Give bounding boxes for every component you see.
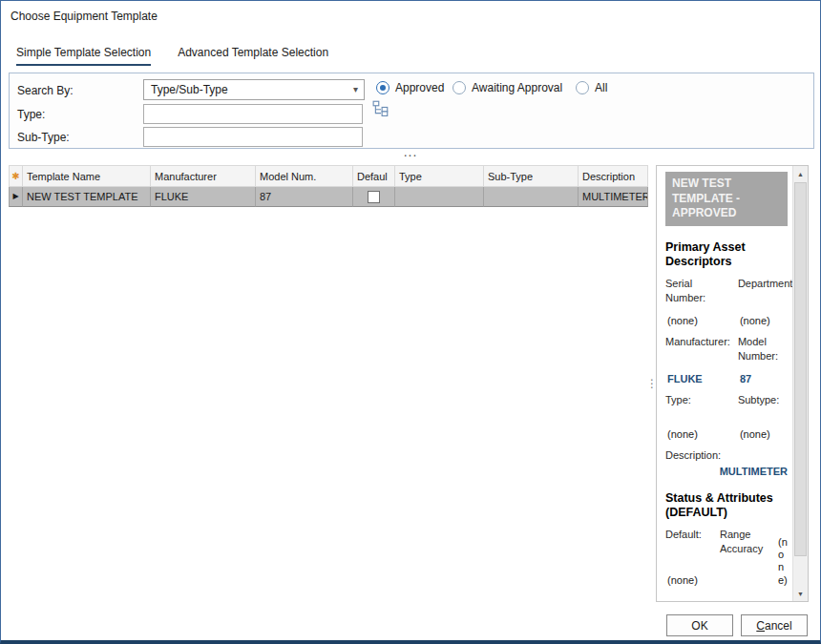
table-row[interactable]: ▶ NEW TEST TEMPLATE FLUKE 87 MULTIMETER — [9, 187, 648, 207]
model-number-value: 87 — [738, 372, 792, 385]
radio-all[interactable]: All — [576, 81, 607, 94]
column-header-manufacturer[interactable]: Manufacturer — [151, 165, 256, 187]
default-label: Default: — [665, 528, 715, 542]
row-indicator-icon: ▶ — [12, 192, 18, 200]
range-accuracy-field: Range Accuracy — [720, 528, 773, 587]
scroll-up-icon[interactable]: ▲ — [793, 166, 808, 181]
cancel-button-mnemonic: C — [756, 619, 765, 633]
ok-button[interactable]: OK — [666, 614, 733, 636]
manufacturer-label: Manufacturer: — [665, 335, 730, 349]
description-label: Description: — [665, 448, 788, 463]
primary-descriptors-heading: Primary Asset Descriptors — [665, 240, 788, 270]
cell-sub-type — [484, 187, 579, 207]
type-label: Type: — [17, 108, 45, 121]
column-header-type[interactable]: Type — [395, 165, 484, 187]
manufacturer-value: FLUKE — [665, 372, 730, 385]
radio-all-circle — [576, 81, 589, 94]
cell-default — [353, 187, 395, 207]
column-header-model-num[interactable]: Model Num. — [256, 165, 353, 187]
status-attributes-heading: Status & Attributes (DEFAULT) — [665, 491, 788, 521]
default-field: Default: (none) — [665, 528, 715, 587]
default-value: (none) — [665, 573, 715, 587]
search-by-value: Type/Sub-Type — [151, 83, 228, 96]
cell-type — [395, 187, 484, 207]
radio-awaiting-approval-label: Awaiting Approval — [472, 81, 562, 94]
grid-header-row: ✱ Template Name Manufacturer Model Num. … — [9, 165, 648, 187]
tab-advanced-template-selection[interactable]: Advanced Template Selection — [178, 46, 328, 66]
subtype-label: Sub-Type: — [17, 131, 70, 144]
radio-approved[interactable]: Approved — [376, 81, 444, 94]
serial-number-value: (none) — [665, 314, 730, 327]
titlebar: Choose Equipment Template — [1, 1, 820, 30]
cell-model-num: 87 — [256, 187, 353, 207]
model-number-label: Model Number: — [738, 335, 792, 364]
type-detail-label: Type: — [665, 393, 730, 407]
serial-number-field: Serial Number: (none) — [665, 277, 730, 327]
new-row-star-icon: ✱ — [11, 171, 19, 181]
radio-approved-circle — [376, 81, 389, 94]
primary-descriptors-fields: Serial Number: (none) Department: (none)… — [665, 277, 788, 441]
column-header-template-name[interactable]: Template Name — [23, 165, 151, 187]
cell-manufacturer: FLUKE — [151, 187, 256, 207]
cancel-button-rest: ancel — [765, 619, 792, 633]
details-scrollbar[interactable]: ▲ ▼ — [792, 166, 808, 601]
manufacturer-field: Manufacturer: FLUKE — [665, 335, 730, 385]
search-by-dropdown[interactable]: Type/Sub-Type ▾ — [143, 79, 365, 100]
row-indicator-cell: ▶ — [9, 187, 23, 207]
default-checkbox[interactable] — [368, 191, 380, 203]
department-label: Department: — [738, 277, 792, 291]
column-header-default[interactable]: Defaul — [353, 165, 395, 187]
details-content: NEW TEST TEMPLATE - APPROVED Primary Ass… — [657, 166, 792, 601]
hierarchy-icon[interactable] — [372, 99, 391, 118]
model-number-field: Model Number: 87 — [738, 335, 792, 385]
tab-strip: Simple Template Selection Advanced Templ… — [16, 46, 328, 66]
radio-awaiting-approval[interactable]: Awaiting Approval — [453, 81, 562, 94]
template-grid: ✱ Template Name Manufacturer Model Num. … — [9, 165, 648, 602]
grid-corner-cell: ✱ — [9, 165, 23, 187]
chevron-down-icon: ▾ — [353, 84, 358, 94]
horizontal-splitter[interactable]: ... — [1, 148, 820, 159]
department-field: Department: (none) — [738, 277, 792, 327]
column-header-sub-type[interactable]: Sub-Type — [484, 165, 579, 187]
description-value: MULTIMETER — [665, 466, 788, 477]
range-accuracy-label: Range Accuracy — [720, 528, 773, 556]
cancel-button[interactable]: Cancel — [741, 614, 808, 636]
cell-description: MULTIMETER — [579, 187, 648, 207]
status-attributes-fields: Default: (none) Range Accuracy (none) — [665, 528, 788, 587]
serial-number-label: Serial Number: — [665, 277, 730, 305]
selected-template-header: NEW TEST TEMPLATE - APPROVED — [665, 172, 788, 226]
range-accuracy-value-field: (none) — [778, 528, 789, 587]
tab-simple-template-selection[interactable]: Simple Template Selection — [16, 46, 151, 66]
radio-awaiting-approval-circle — [453, 81, 466, 94]
column-header-description[interactable]: Description — [579, 165, 648, 187]
search-panel: Search By: Type/Sub-Type ▾ Approved Awai… — [9, 73, 814, 149]
radio-approved-label: Approved — [395, 81, 444, 94]
dialog-title: Choose Equipment Template — [11, 10, 158, 23]
range-accuracy-value: (none) — [778, 536, 789, 587]
search-by-label: Search By: — [17, 84, 74, 97]
department-value: (none) — [738, 314, 792, 327]
subtype-input[interactable] — [143, 127, 363, 147]
details-panel: NEW TEST TEMPLATE - APPROVED Primary Ass… — [656, 165, 809, 602]
radio-all-label: All — [595, 81, 607, 94]
subtype-field: Subtype: (none) — [738, 393, 792, 441]
vertical-splitter[interactable]: ⋮ — [648, 165, 656, 602]
subtype-detail-label: Subtype: — [738, 393, 792, 407]
scroll-down-icon[interactable]: ▼ — [793, 586, 808, 601]
description-field: Description: MULTIMETER — [665, 448, 788, 477]
type-input[interactable] — [143, 104, 363, 124]
subtype-detail-value: (none) — [738, 427, 792, 441]
scrollbar-thumb[interactable] — [794, 182, 807, 556]
type-detail-value: (none) — [665, 427, 730, 441]
cell-template-name: NEW TEST TEMPLATE — [23, 187, 151, 207]
choose-equipment-template-dialog: Choose Equipment Template Simple Templat… — [0, 0, 821, 644]
type-field: Type: (none) — [665, 393, 730, 441]
